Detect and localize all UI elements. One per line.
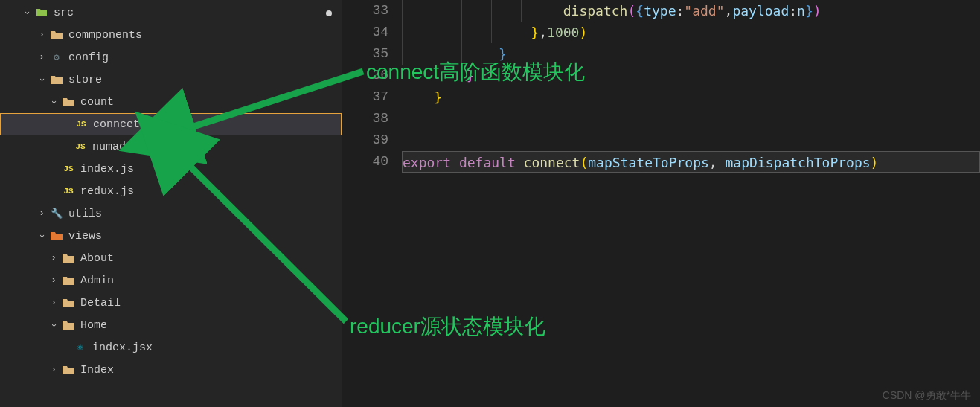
folder-icon [34,5,49,20]
code-line: } [402,43,980,65]
chevron-down-icon [36,230,48,242]
tree-file-indexjsx[interactable]: ⚛ index.jsx [0,336,342,359]
line-number: 37 [342,86,388,108]
tree-folder-commponents[interactable]: commponents [0,24,342,46]
chevron-down-icon [36,74,48,86]
tree-file-conncet[interactable]: JS conncet.js [0,113,342,135]
tree-label: config [68,51,109,64]
line-number: 36 [342,65,388,86]
code-area[interactable]: dispatch({type:"add",payload:n}) },1000)… [402,0,980,407]
chevron-right-icon [36,51,48,63]
tree-file-numadd[interactable]: JS numadd.js [0,135,342,158]
tree-label: utils [68,208,102,220]
chevron-down-icon [21,7,33,19]
tree-folder-utils[interactable]: 🔧 utils [0,202,342,225]
tree-label: About [80,252,114,265]
folder-icon [61,251,76,266]
react-icon: ⚛ [73,340,88,355]
tree-folder-count[interactable]: count [0,91,342,113]
tree-label: Admin [80,275,114,287]
line-number: 38 [342,108,388,129]
folder-icon [61,318,76,333]
tree-label: index.jsx [92,342,153,354]
code-line: },1000) [402,22,980,43]
js-icon: JS [61,184,76,199]
chevron-right-icon [48,364,60,376]
gear-icon: ⚙ [49,50,64,65]
folder-icon [61,295,76,310]
tree-label: index.js [80,163,134,176]
tree-file-reduxjs[interactable]: JS redux.js [0,180,342,202]
line-number: 33 [342,0,388,22]
tree-label: redux.js [80,185,134,198]
tree-folder-index[interactable]: Index [0,359,342,381]
tree-folder-views[interactable]: views [0,225,342,247]
chevron-down-icon [48,96,60,108]
tree-label: commponents [68,29,142,42]
code-line-active: export default connect(mapStateToProps, … [402,151,980,173]
tree-folder-about[interactable]: About [0,247,342,269]
chevron-right-icon [36,29,48,41]
line-number: 39 [342,129,388,151]
tree-label: conncet.js [93,118,160,131]
code-line: } [402,65,980,86]
file-explorer[interactable]: src commponents ⚙ config store [0,0,342,407]
tree-label: store [68,74,102,86]
tree-file-indexjs[interactable]: JS index.js [0,158,342,180]
tree-folder-src[interactable]: src [0,1,342,24]
tree-folder-home[interactable]: Home [0,314,342,336]
folder-icon [49,228,64,243]
folder-icon [61,94,76,109]
code-line [402,129,980,151]
folder-icon [61,273,76,288]
tree-folder-store[interactable]: store [0,68,342,91]
chevron-down-icon [48,319,60,331]
code-line [402,108,980,129]
chevron-right-icon [36,208,48,219]
chevron-right-icon [48,275,60,286]
line-gutter: 33 34 35 36 37 38 39 40 [342,0,402,407]
tree-label: count [80,96,114,109]
js-icon: JS [61,161,76,176]
chevron-right-icon [48,252,60,264]
line-number: 40 [342,151,388,173]
modified-indicator-icon [326,10,332,16]
tree-folder-admin[interactable]: Admin [0,269,342,292]
tree-label: Index [80,364,114,376]
folder-icon [61,362,76,377]
line-number: 34 [342,22,388,43]
code-editor[interactable]: 33 34 35 36 37 38 39 40 dispatch({type:"… [342,0,980,407]
tree-label: numadd.js [92,141,153,153]
tree-folder-detail[interactable]: Detail [0,292,342,314]
watermark: CSDN @勇敢*牛牛 [883,389,971,403]
tree-label: views [68,230,102,243]
tree-label: src [54,7,74,19]
js-icon: JS [73,139,88,154]
code-line: dispatch({type:"add",payload:n}) [402,0,980,22]
code-line: } [402,86,980,108]
tree-label: Home [80,319,107,332]
js-icon: JS [74,117,89,132]
chevron-right-icon [48,297,60,309]
line-number: 35 [342,43,388,65]
tree-folder-config[interactable]: ⚙ config [0,46,342,68]
tree-label: Detail [80,297,121,310]
folder-icon [49,72,64,87]
folder-icon [49,28,64,42]
wrench-icon: 🔧 [49,206,64,221]
